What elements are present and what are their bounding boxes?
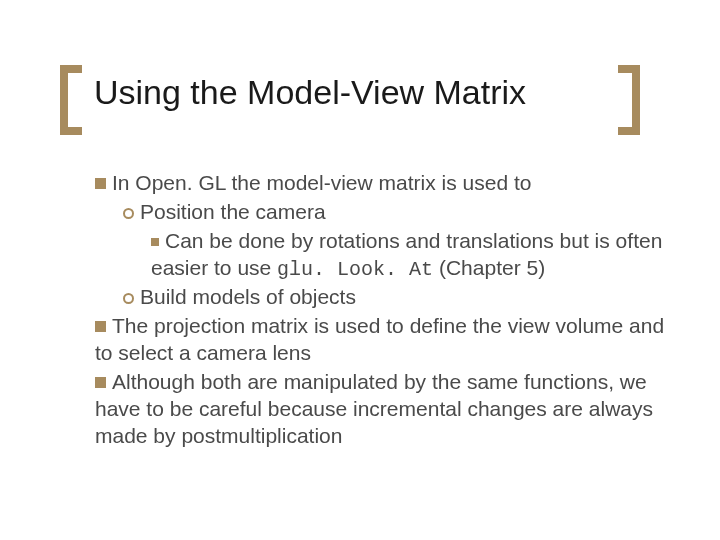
bracket-right-icon <box>618 65 640 135</box>
square-bullet-icon <box>95 178 106 189</box>
bullet-level3: Can be done by rotations and translation… <box>151 228 665 282</box>
bullet-text: Although both are manipulated by the sam… <box>95 370 653 447</box>
slide-body: In Open. GL the model-view matrix is use… <box>95 170 665 451</box>
circle-bullet-icon <box>123 208 134 219</box>
bullet-text: The projection matrix is used to define … <box>95 314 664 364</box>
square-bullet-icon <box>95 377 106 388</box>
slide: Using the Model-View Matrix In Open. GL … <box>0 0 720 540</box>
circle-bullet-icon <box>123 293 134 304</box>
bullet-level1: In Open. GL the model-view matrix is use… <box>95 170 665 197</box>
bullet-level2: Position the camera <box>123 199 665 226</box>
bullet-level1: Although both are manipulated by the sam… <box>95 369 665 450</box>
bullet-level1: The projection matrix is used to define … <box>95 313 665 367</box>
bullet-level2: Build models of objects <box>123 284 665 311</box>
bullet-text: In Open. GL the model-view matrix is use… <box>112 171 531 194</box>
square-bullet-icon <box>95 321 106 332</box>
bullet-text: Position the camera <box>140 200 326 223</box>
slide-title: Using the Model-View Matrix <box>94 73 526 112</box>
code-span: glu. Look. At <box>277 258 433 281</box>
title-block: Using the Model-View Matrix <box>60 65 640 135</box>
bullet-text: Build models of objects <box>140 285 356 308</box>
small-square-bullet-icon <box>151 238 159 246</box>
bullet-text: (Chapter 5) <box>433 256 545 279</box>
bracket-left-icon <box>60 65 82 135</box>
